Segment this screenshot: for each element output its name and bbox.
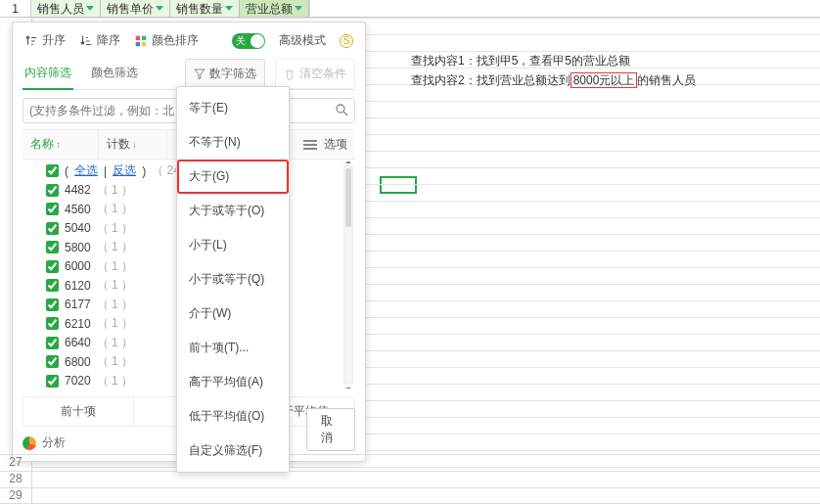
- item-checkbox[interactable]: [46, 317, 59, 330]
- advanced-toggle[interactable]: 关: [232, 33, 265, 49]
- palette-icon: [134, 34, 148, 48]
- svg-point-4: [337, 105, 344, 113]
- item-checkbox[interactable]: [46, 203, 59, 215]
- svg-rect-0: [136, 35, 140, 39]
- sort-asc-icon: [24, 34, 38, 48]
- menu-item[interactable]: 不等于(N): [177, 125, 289, 160]
- chevron-down-icon: [295, 6, 302, 11]
- inverse-link[interactable]: 反选: [113, 162, 136, 179]
- row-numbers-below: 27 28 29: [0, 454, 820, 504]
- menu-item[interactable]: 等于(E): [177, 91, 289, 125]
- sort-desc-icon: [79, 34, 93, 48]
- search-icon: [335, 103, 348, 119]
- tab-content-filter[interactable]: 内容筛选: [23, 59, 73, 89]
- svg-rect-1: [142, 35, 146, 39]
- color-sort-button[interactable]: 颜色排序: [134, 32, 199, 49]
- col-total[interactable]: 营业总额: [240, 0, 309, 17]
- number-filter-menu: 等于(E)不等于(N)大于(G)大于或等于(O)小于(L)小于或等于(Q)介于(…: [176, 86, 290, 473]
- coin-icon: S: [340, 34, 353, 48]
- item-checkbox[interactable]: [46, 337, 59, 349]
- funnel-icon: [194, 69, 205, 80]
- row-number: 1: [0, 0, 31, 17]
- hamburger-icon: [303, 138, 317, 152]
- menu-item[interactable]: 小于或等于(Q): [177, 262, 289, 297]
- task-text: 查找内容1：找到甲5，查看甲5的营业总额 查找内容2：找到营业总额达到8000元…: [411, 51, 696, 90]
- item-checkbox[interactable]: [46, 260, 59, 273]
- hdr-name[interactable]: 名称↕: [23, 130, 99, 159]
- scroll-down-icon[interactable]: ▼: [344, 384, 352, 389]
- tab-color-filter[interactable]: 颜色筛选: [89, 59, 140, 89]
- scroll-thumb[interactable]: [345, 168, 351, 227]
- trash-icon: [284, 69, 296, 80]
- chevron-down-icon: [225, 6, 233, 11]
- chevron-down-icon: [156, 6, 163, 11]
- top10-button[interactable]: 前十项: [23, 397, 134, 426]
- item-checkbox[interactable]: [46, 184, 59, 197]
- sort-asc-button[interactable]: 升序: [24, 32, 66, 49]
- menu-item[interactable]: 前十项(T)...: [177, 331, 289, 365]
- cancel-button[interactable]: 取消: [306, 408, 355, 451]
- select-all-checkbox[interactable]: [46, 164, 59, 177]
- sort-desc-button[interactable]: 降序: [79, 32, 120, 49]
- scrollbar[interactable]: ▲ ▼: [343, 165, 353, 385]
- menu-item[interactable]: 介于(W): [177, 297, 289, 331]
- svg-rect-2: [136, 41, 140, 45]
- item-checkbox[interactable]: [46, 279, 59, 292]
- menu-item[interactable]: 低于平均值(O): [177, 399, 289, 434]
- menu-item[interactable]: 高于平均值(A): [177, 365, 289, 399]
- item-checkbox[interactable]: [46, 222, 59, 235]
- active-cell[interactable]: [380, 176, 417, 194]
- item-checkbox[interactable]: [46, 375, 59, 388]
- svg-rect-3: [142, 41, 146, 45]
- item-checkbox[interactable]: [46, 298, 59, 311]
- menu-item[interactable]: 大于(G): [177, 160, 289, 194]
- item-checkbox[interactable]: [46, 355, 59, 368]
- hdr-count[interactable]: 计数↓: [99, 130, 167, 159]
- pie-icon: [23, 436, 36, 450]
- number-filter-button[interactable]: 数字筛选: [185, 59, 265, 89]
- menu-item[interactable]: 小于(L): [177, 228, 289, 262]
- hdr-options[interactable]: 选项: [296, 130, 355, 159]
- advanced-label: 高级模式: [279, 32, 326, 49]
- scroll-up-icon[interactable]: ▲: [344, 161, 352, 166]
- column-header-row: 1 销售人员 销售单价 销售数量 营业总额: [0, 0, 820, 18]
- highlight-8000: 8000元以上: [570, 72, 638, 88]
- menu-item[interactable]: 大于或等于(O): [177, 194, 289, 228]
- clear-conditions-button: 清空条件: [275, 59, 355, 89]
- col-unit-price[interactable]: 销售单价: [101, 0, 170, 17]
- select-all-link[interactable]: 全选: [74, 162, 98, 179]
- col-quantity[interactable]: 销售数量: [170, 0, 240, 17]
- col-sales-person[interactable]: 销售人员: [31, 0, 101, 17]
- menu-item[interactable]: 自定义筛选(F): [177, 434, 289, 468]
- chevron-down-icon: [86, 6, 94, 11]
- item-checkbox[interactable]: [46, 241, 59, 253]
